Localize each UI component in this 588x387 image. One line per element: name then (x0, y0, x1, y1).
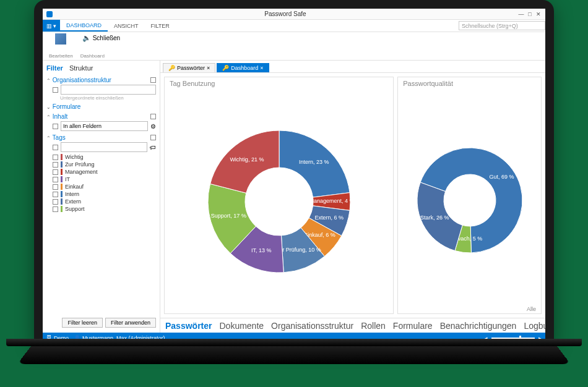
filter-section-inhalt[interactable]: ⌃ Inhalt (46, 113, 156, 121)
close-icon[interactable]: × (260, 65, 263, 71)
tag-checkbox[interactable] (53, 155, 58, 160)
chart-footer: Alle (398, 305, 541, 313)
minimize-button[interactable]: — (518, 11, 524, 17)
tags-input[interactable] (61, 142, 147, 152)
filter-section-tags[interactable]: ⌃ Tags (46, 134, 156, 142)
chart-title: Tag Benutzung (165, 77, 393, 90)
key-icon: 🔑 (222, 65, 229, 71)
doc-tab-dashboard[interactable]: 🔑 Dashboard × (217, 63, 269, 72)
tag-icon[interactable]: 🏷 (150, 144, 156, 151)
nav-item[interactable]: Formulare (393, 321, 433, 331)
slice-label: Management, 4 % (309, 198, 354, 204)
clear-filter-button[interactable]: Filter leeren (62, 318, 103, 328)
window-titlebar: Password Safe — □ ✕ (43, 9, 545, 20)
chart-panel-tag-usage: Tag Benutzung Intern, 23 %Management, 4 … (164, 77, 394, 314)
inhalt-checkbox[interactable] (53, 124, 58, 129)
slice-label: Gut, 69 % (489, 174, 514, 180)
chevron-right-icon: ⌄ (46, 104, 51, 110)
slice-label: Wichtig, 21 % (230, 156, 264, 163)
gear-icon[interactable]: ⚙ (150, 123, 156, 130)
tag-checkbox[interactable] (53, 199, 58, 205)
tag-item[interactable]: Wichtig (53, 153, 156, 161)
document-tabs: 🔑 Passwörter × 🔑 Dashboard × (160, 61, 545, 73)
chevron-down-icon: ⌃ (46, 114, 51, 120)
inhalt-input[interactable] (61, 121, 148, 131)
nav-item[interactable]: Logbuch (524, 321, 545, 331)
tags-checkbox[interactable] (53, 145, 58, 150)
close-icon[interactable]: × (207, 65, 210, 71)
nav-item[interactable]: Benachrichtigungen (440, 321, 517, 331)
inhalt-toggle-checkbox[interactable] (150, 114, 156, 119)
tags-toggle-checkbox[interactable] (150, 135, 156, 140)
speaker-close-icon: 🔈 (82, 34, 91, 42)
filter-section-formulare[interactable]: ⌄ Formulare (46, 103, 156, 111)
tag-checkbox[interactable] (53, 162, 58, 168)
tag-item[interactable]: Einkauf (53, 183, 156, 190)
tab-ansicht[interactable]: ANSICHT (108, 20, 145, 32)
chart-title: Passwortqualität (398, 77, 541, 90)
org-input[interactable] (61, 85, 156, 95)
tag-item[interactable]: Extern (53, 198, 156, 205)
slice-label: Zur Prüfung, 10 % (275, 247, 321, 253)
slice-label: Support, 17 % (210, 213, 246, 219)
filter-sidebar: Filter Struktur ⌃ Organisationsstruktur … (43, 61, 160, 333)
close-button[interactable]: ✕ (535, 11, 542, 17)
app-menu-button[interactable]: ▥ ▾ (43, 20, 60, 32)
apply-filter-button[interactable]: Filter anwenden (105, 318, 156, 328)
nav-item[interactable]: Organisationsstruktur (271, 321, 353, 331)
chart-panel-password-quality: Passwortqualität Gut, 69 %Schwach, 5 %St… (397, 77, 542, 314)
slice-label: Intern, 23 % (299, 159, 329, 165)
slice-label: Extern, 6 % (314, 215, 344, 221)
tag-checkbox[interactable] (53, 206, 58, 212)
maximize-button[interactable]: □ (527, 11, 533, 17)
module-nav: PasswörterDokumenteOrganisationsstruktur… (160, 318, 545, 333)
tag-item[interactable]: Support (53, 205, 156, 213)
nav-item[interactable]: Dokumente (219, 321, 264, 331)
slice-label: Stark, 26 % (420, 215, 449, 221)
edit-icon (55, 33, 66, 45)
org-toggle-checkbox[interactable] (150, 77, 156, 83)
nav-item[interactable]: Rollen (361, 321, 386, 331)
tag-checkbox[interactable] (53, 192, 58, 197)
close-label: Schließen (93, 35, 120, 41)
chevron-down-icon: ⌃ (46, 78, 51, 83)
sidebar-tab-filter[interactable]: Filter (46, 64, 63, 72)
org-sub-hint: Untergeordnete einschließen (60, 95, 156, 101)
close-dashboard-button[interactable]: 🔈 Schließen (80, 33, 122, 43)
window-title: Password Safe (264, 11, 306, 17)
tab-filter[interactable]: FILTER (145, 20, 176, 32)
key-icon: 🔑 (168, 65, 175, 71)
tag-checkbox[interactable] (53, 169, 58, 175)
nav-item[interactable]: Passwörter (165, 321, 212, 331)
slice-label: IT, 13 % (251, 247, 272, 253)
org-checkbox[interactable] (53, 87, 58, 93)
app-icon (46, 11, 53, 17)
edit-button[interactable] (55, 33, 66, 45)
tag-item[interactable]: Zur Prüfung (53, 161, 156, 168)
tag-item[interactable]: IT (53, 176, 156, 183)
doc-tab-passwoerter[interactable]: 🔑 Passwörter × (163, 63, 215, 72)
chevron-down-icon: ⌃ (46, 135, 51, 141)
ribbon: Bearbeiten 🔈 Schließen Dashboard (43, 32, 545, 61)
quicksearch-input[interactable]: Schnellsuche (Strg+Q) (459, 21, 545, 30)
tag-checkbox[interactable] (53, 177, 58, 182)
filter-section-org[interactable]: ⌃ Organisationsstruktur (46, 76, 156, 84)
ribbon-tabs: ▥ ▾ DASHBOARD ANSICHT FILTER Schnellsuch… (43, 20, 545, 32)
ribbon-group-dashboard: Dashboard (80, 53, 105, 59)
tag-checkbox[interactable] (53, 184, 58, 190)
sidebar-tab-struktur[interactable]: Struktur (69, 64, 93, 72)
tab-dashboard[interactable]: DASHBOARD (60, 20, 108, 32)
ribbon-group-edit: Bearbeiten (49, 53, 73, 59)
tag-item[interactable]: Intern (53, 190, 156, 198)
tag-item[interactable]: Management (53, 168, 156, 176)
